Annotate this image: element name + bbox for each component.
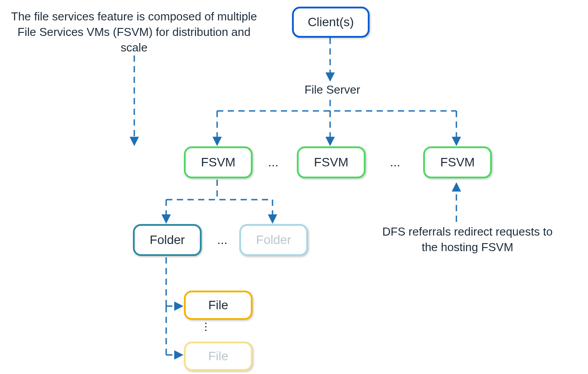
node-fsvm-1: FSVM	[184, 146, 253, 178]
ellipsis-folders: ...	[217, 233, 227, 247]
node-file-2: File	[184, 342, 253, 371]
annotation-right: DFS referrals redirect requests to the h…	[374, 224, 561, 255]
ellipsis-fsvm-1-2: ...	[268, 155, 278, 169]
node-fsvm-2: FSVM	[297, 146, 366, 178]
node-folder-1: Folder	[133, 224, 202, 256]
ellipsis-fsvm-2-3: ...	[390, 155, 400, 169]
ellipsis-files: ...	[202, 322, 216, 332]
node-client: Client(s)	[292, 7, 370, 38]
diagram-connectors	[0, 0, 588, 374]
annotation-left: The file services feature is composed of…	[4, 9, 264, 55]
node-file-1: File	[184, 291, 253, 320]
file-server-label: File Server	[292, 82, 372, 98]
node-fsvm-3: FSVM	[423, 146, 492, 178]
node-folder-2: Folder	[239, 224, 308, 256]
